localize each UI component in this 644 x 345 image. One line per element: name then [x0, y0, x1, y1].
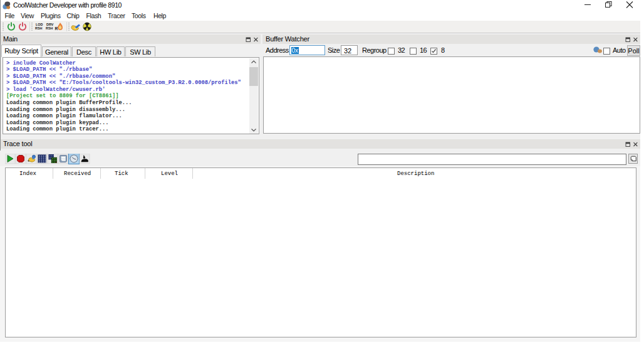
svg-text:R: R [55, 26, 58, 31]
svg-text:RSH: RSH [46, 26, 53, 30]
svg-text:RSH: RSH [35, 26, 42, 30]
